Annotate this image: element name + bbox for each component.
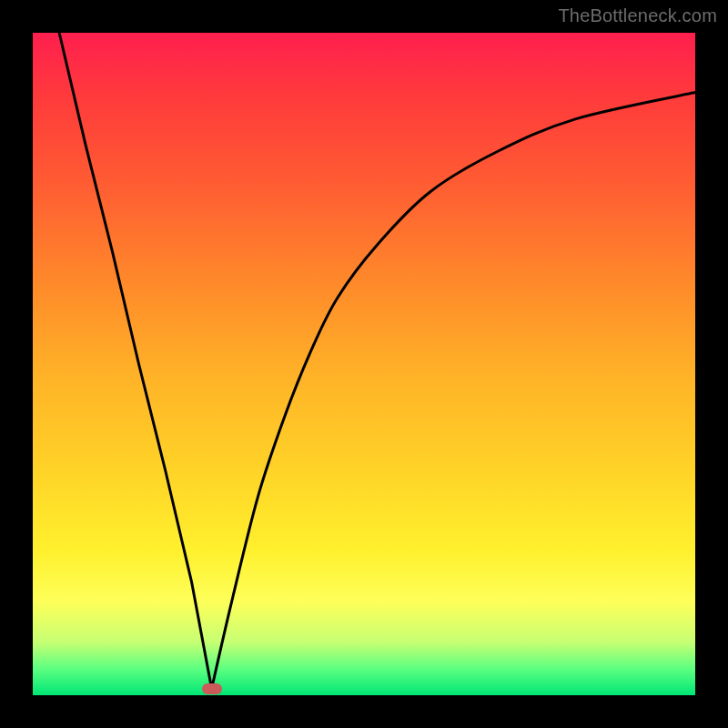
plot-area bbox=[33, 33, 695, 695]
sweet-spot-marker bbox=[202, 683, 222, 694]
chart-frame: TheBottleneck.com bbox=[0, 0, 728, 728]
curve-path bbox=[59, 33, 695, 689]
watermark-text: TheBottleneck.com bbox=[558, 5, 717, 26]
bottleneck-curve bbox=[33, 33, 695, 695]
